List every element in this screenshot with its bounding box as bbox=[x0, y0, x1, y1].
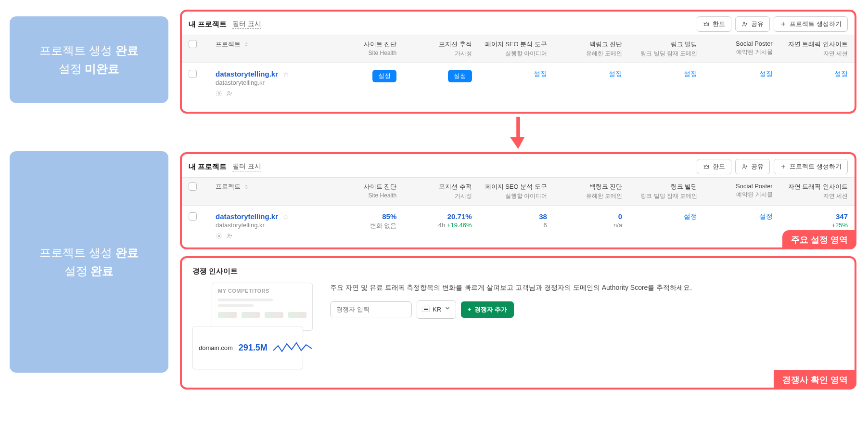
row-checkbox[interactable] bbox=[189, 212, 197, 221]
column-social-poster: Social Poster예약된 게시물 bbox=[701, 182, 772, 199]
flag-kr-icon bbox=[422, 307, 430, 312]
plus-icon bbox=[780, 163, 787, 170]
limits-button[interactable]: 한도 bbox=[697, 16, 731, 32]
annotation-competitor-area: 경쟁사 확인 영역 bbox=[774, 370, 856, 390]
country-code: KR bbox=[433, 305, 441, 314]
project-name-link[interactable]: datastorytelling.kr bbox=[216, 70, 278, 78]
metric-sub: 6 bbox=[476, 221, 547, 229]
setup-link-onpage[interactable]: 설정 bbox=[534, 70, 547, 78]
setup-link-linkbuilding[interactable]: 설정 bbox=[684, 70, 697, 78]
column-organic-traffic: 자연 트래픽 인사이트자연 세션 bbox=[777, 182, 848, 200]
setup-link-social[interactable]: 설정 bbox=[759, 212, 773, 220]
sort-icon bbox=[244, 41, 250, 47]
button-label: 공유 bbox=[751, 20, 764, 28]
onpage-ideas-cell[interactable]: 38 6 bbox=[476, 212, 547, 229]
annotation-main-settings: 주요 설정 영역 bbox=[782, 230, 856, 249]
projects-panel-complete: 내 프로젝트 필터 표시 한도 공유 프로젝트 생성하기 bbox=[180, 152, 856, 249]
metric-value: 38 bbox=[476, 212, 547, 221]
share-button[interactable]: 공유 bbox=[735, 159, 770, 174]
svg-point-0 bbox=[743, 22, 745, 24]
svg-point-2 bbox=[228, 91, 230, 93]
insight-title: 경쟁 인사이트 bbox=[192, 267, 844, 276]
project-name-link[interactable]: datastorytelling.kr bbox=[216, 212, 278, 221]
show-filters-link[interactable]: 필터 표시 bbox=[232, 162, 261, 171]
sort-icon bbox=[244, 184, 250, 190]
limits-button[interactable]: 한도 bbox=[697, 159, 731, 174]
select-all-checkbox[interactable] bbox=[189, 40, 197, 48]
country-select[interactable]: KR bbox=[417, 300, 456, 319]
button-label: 프로젝트 생성하기 bbox=[790, 162, 842, 171]
setup-badge-site-audit[interactable]: 설정 bbox=[372, 70, 396, 82]
label-text-bold: 완료 bbox=[90, 264, 114, 277]
projects-table-header: 프로젝트 사이트 진단Site Health 포지션 추적가시성 페이지 SEO… bbox=[182, 177, 855, 206]
svg-point-1 bbox=[218, 92, 220, 94]
chevron-down-icon bbox=[444, 305, 451, 314]
plus-icon: + bbox=[468, 306, 472, 313]
label-text-bold: 완료 bbox=[115, 44, 139, 57]
site-health-cell[interactable]: 85% 변화 없음 bbox=[325, 212, 396, 230]
project-cell: datastorytelling.kr ☆ datastorytelling.k… bbox=[216, 212, 321, 241]
label-text: 설정 bbox=[59, 62, 85, 75]
project-domain: datastorytelling.kr bbox=[216, 221, 321, 229]
favorite-star-icon[interactable]: ☆ bbox=[283, 70, 289, 78]
setup-link-backlink[interactable]: 설정 bbox=[609, 70, 622, 78]
backlink-cell[interactable]: 0 n/a bbox=[551, 212, 622, 229]
svg-point-3 bbox=[743, 165, 745, 167]
share-button[interactable]: 공유 bbox=[735, 16, 770, 32]
favorite-star-icon[interactable]: ☆ bbox=[283, 213, 289, 221]
metric-sub: n/a bbox=[551, 221, 622, 229]
plus-icon bbox=[780, 21, 787, 27]
gear-icon[interactable] bbox=[216, 233, 222, 241]
visibility-cell[interactable]: 20.71% 4h +19.46% bbox=[400, 212, 472, 229]
button-label: 한도 bbox=[713, 162, 725, 171]
column-onpage-seo: 페이지 SEO 분석 도구실행할 아이디어 bbox=[476, 40, 547, 58]
select-all-checkbox[interactable] bbox=[189, 182, 197, 191]
left-label-column: 프로젝트 생성 완료 설정 미완료 프로젝트 생성 완료 설정 완료 bbox=[10, 10, 168, 390]
organic-traffic-cell[interactable]: 347 +25% bbox=[777, 212, 848, 229]
svg-point-4 bbox=[218, 235, 220, 237]
competitor-input[interactable] bbox=[330, 301, 412, 317]
setup-link-linkbuilding[interactable]: 설정 bbox=[684, 212, 697, 220]
column-backlink-audit: 백링크 진단유해한 도메인 bbox=[551, 40, 622, 58]
svg-point-5 bbox=[228, 234, 230, 236]
button-label: 공유 bbox=[751, 162, 764, 171]
column-label: 프로젝트 bbox=[216, 182, 241, 191]
competitor-illustration: MY COMPETITORS domain.com 291.5M bbox=[192, 283, 313, 374]
projects-table-header: 프로젝트 사이트 진단Site Health 포지션 추적가시성 페이지 SEO… bbox=[182, 35, 855, 63]
setup-link-organic[interactable]: 설정 bbox=[834, 70, 848, 78]
sparkline-icon bbox=[273, 340, 312, 356]
column-project[interactable]: 프로젝트 bbox=[216, 40, 321, 49]
gear-icon[interactable] bbox=[216, 90, 222, 98]
panel-title: 내 프로젝트 bbox=[189, 162, 227, 171]
create-project-button[interactable]: 프로젝트 생성하기 bbox=[774, 159, 848, 174]
column-organic-traffic: 자연 트래픽 인사이트자연 세션 bbox=[777, 40, 848, 58]
metric-change: +19.46% bbox=[447, 221, 472, 229]
user-plus-icon[interactable] bbox=[226, 90, 233, 98]
column-project[interactable]: 프로젝트 bbox=[216, 182, 321, 191]
metric-value: 20.71% bbox=[400, 212, 472, 221]
metric-value: 347 bbox=[777, 212, 848, 221]
insight-description: 주요 자연 및 유료 트래픽 측정항목의 변화를 빠르게 살펴보고 고객님과 경… bbox=[330, 283, 844, 293]
create-project-button[interactable]: 프로젝트 생성하기 bbox=[774, 16, 848, 32]
label-text: 프로젝트 생성 bbox=[39, 44, 115, 57]
mock-number: 291.5M bbox=[239, 343, 268, 353]
column-site-audit: 사이트 진단Site Health bbox=[325, 182, 396, 199]
flow-arrow bbox=[180, 114, 856, 152]
mock-competitors-card: MY COMPETITORS bbox=[212, 283, 313, 331]
button-label: 경쟁자 추가 bbox=[474, 305, 508, 314]
setup-badge-position[interactable]: 설정 bbox=[448, 70, 472, 82]
crown-icon bbox=[703, 21, 710, 27]
column-position-tracking: 포지션 추적가시성 bbox=[400, 40, 472, 58]
setup-link-social[interactable]: 설정 bbox=[759, 70, 773, 78]
button-label: 프로젝트 생성하기 bbox=[790, 20, 842, 28]
metric-value: 85% bbox=[325, 212, 396, 221]
show-filters-link[interactable]: 필터 표시 bbox=[232, 20, 261, 29]
metric-sub: 변화 없음 bbox=[325, 221, 396, 230]
projects-panel-incomplete: 내 프로젝트 필터 표시 한도 공유 bbox=[180, 10, 856, 114]
row-checkbox[interactable] bbox=[189, 70, 197, 78]
label-text-bold: 완료 bbox=[115, 246, 139, 259]
button-label: 한도 bbox=[713, 20, 725, 28]
user-plus-icon[interactable] bbox=[226, 233, 233, 241]
user-plus-icon bbox=[741, 163, 748, 170]
add-competitor-button[interactable]: + 경쟁자 추가 bbox=[461, 301, 514, 318]
